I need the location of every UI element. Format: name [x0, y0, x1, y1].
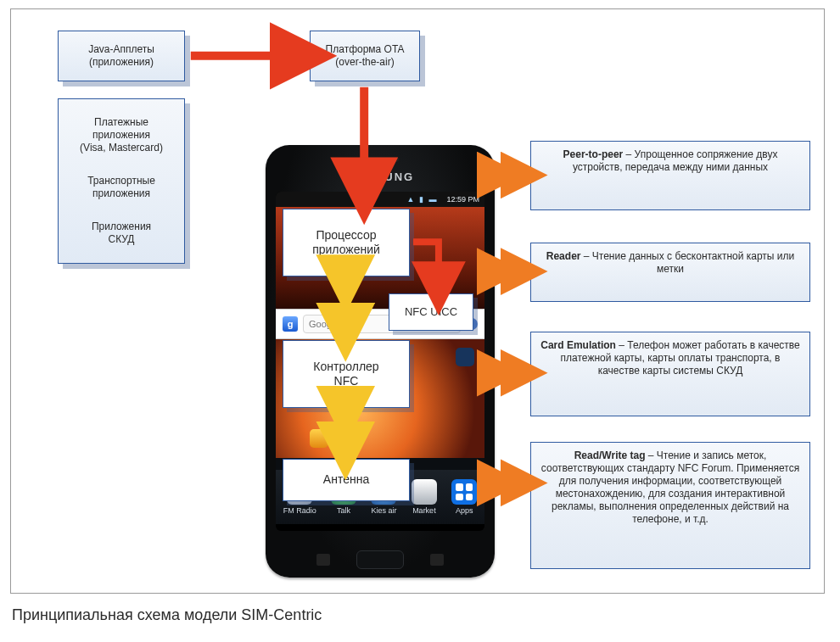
uicc-label: NFC UICC — [405, 305, 457, 319]
dock-label: Market — [412, 506, 436, 515]
box-nfc-controller: Контроллер NFC — [283, 340, 410, 408]
java-applets-l1: Java-Апплеты — [88, 43, 154, 55]
panel-read-write: Read/Write tag – Чтение и запись меток, … — [530, 442, 810, 569]
apps-l6: Приложения — [92, 221, 151, 232]
antenna-label: Антенна — [323, 472, 369, 488]
apps-l4: Транспортные — [87, 175, 155, 187]
dock-label: Kies air — [371, 506, 396, 515]
apps-l1: Платежные — [94, 116, 148, 128]
figure-caption: Принципиальная схема модели SIM-Centric — [12, 606, 322, 624]
dock-label: Apps — [456, 506, 473, 515]
battery-icon: ▬ — [428, 195, 436, 204]
phone-speaker — [361, 157, 399, 162]
dock-label: Talk — [337, 506, 350, 515]
ctrl-l2: NFC — [334, 374, 359, 388]
reader-text: – Чтение данных с бесконтактной карты ил… — [580, 250, 794, 275]
box-java-applets: Java-Апплеты (приложения) — [58, 31, 185, 81]
signal-icon: ▮ — [419, 195, 423, 204]
panel-reader: Reader – Чтение данных с бесконтактной к… — [530, 243, 810, 302]
widget-icon — [456, 348, 474, 366]
apps-l2: приложения — [92, 129, 150, 141]
ctrl-l1: Контроллер — [313, 360, 378, 373]
softkey-menu-icon — [316, 554, 330, 566]
ce-bold: Card Emulation — [540, 339, 616, 351]
proc-l1: Процессор — [316, 228, 376, 242]
java-applets-l2: (приложения) — [89, 56, 154, 68]
panel-card-emulation: Card Emulation – Телефон может работать … — [530, 332, 810, 416]
widget-icon — [344, 429, 362, 448]
market-icon — [412, 479, 437, 505]
app-market: Market — [412, 479, 437, 515]
softkey-back-icon — [430, 554, 444, 566]
box-app-processor: Процессор приложений — [283, 209, 410, 276]
proc-l2: приложений — [312, 243, 380, 256]
dock-label: FM Radio — [283, 506, 316, 515]
apps-l7: СКУД — [108, 233, 134, 245]
ota-l2: (over-the-air) — [335, 56, 394, 68]
box-nfc-uicc: NFC UICC — [389, 293, 473, 331]
wifi-icon: ▲ — [407, 195, 415, 204]
status-bar: ▲ ▮ ▬ 12:59 PM — [276, 192, 484, 207]
widget-icon — [310, 429, 328, 448]
box-ota: Платформа OTA (over-the-air) — [310, 31, 420, 81]
reader-bold: Reader — [546, 250, 581, 262]
google-icon: g — [283, 316, 298, 332]
apps-l3: (Visa, Mastercard) — [80, 142, 163, 154]
apps-icon — [451, 479, 477, 505]
app-apps: Apps — [451, 479, 477, 515]
status-time: 12:59 PM — [446, 195, 479, 204]
box-applications: Платежные приложения (Visa, Mastercard) … — [58, 98, 185, 264]
p2p-bold: Peer-to-peer — [563, 148, 624, 160]
box-antenna: Антенна — [283, 459, 410, 501]
panel-p2p: Peer-to-peer – Упрощенное сопряжение дву… — [530, 141, 810, 210]
phone-brand: SAMSUNG — [266, 170, 495, 183]
rw-bold: Read/Write tag — [574, 449, 646, 461]
ota-l1: Платформа OTA — [326, 43, 405, 55]
apps-l5: приложения — [92, 187, 150, 199]
diagram-frame: Java-Апплеты (приложения) Платежные прил… — [10, 8, 825, 594]
home-button — [356, 550, 404, 569]
